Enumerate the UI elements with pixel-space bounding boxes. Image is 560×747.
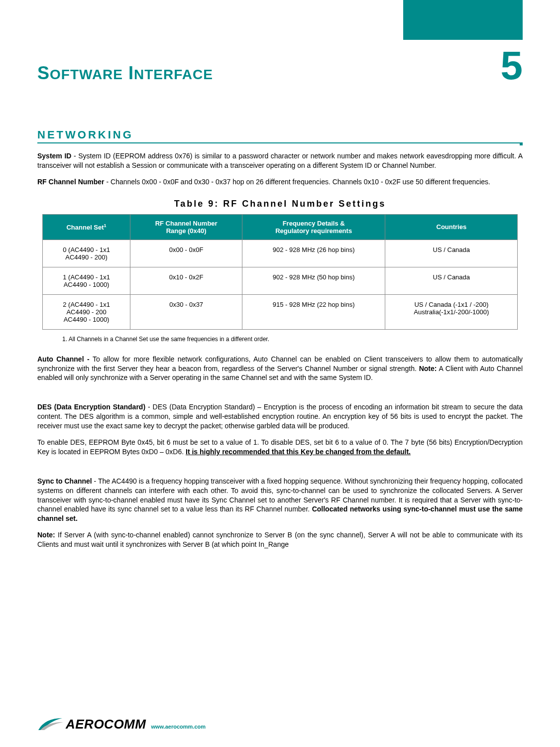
para-auto-channel: Auto Channel - To allow for more flexibl… bbox=[37, 355, 523, 383]
td-text: Australia(-1x1/-200/-1000) bbox=[414, 308, 489, 316]
title-rest2: NTERFACE bbox=[134, 67, 213, 82]
td-countries: US / Canada bbox=[385, 240, 518, 267]
th-text: Frequency Details & bbox=[283, 220, 345, 227]
chapter-number: 5 bbox=[501, 50, 523, 82]
text-system-id: - System ID (EEPROM address 0x76) is sim… bbox=[37, 152, 523, 169]
footer: AEROCOMM www.aerocomm.com bbox=[37, 716, 206, 732]
label-des: DES (Data Encryption Standard) bbox=[37, 403, 145, 411]
th-text: Countries bbox=[437, 223, 467, 231]
title-char: S bbox=[37, 63, 50, 83]
td-text: US / Canada bbox=[433, 246, 470, 253]
td-text: AC4490 - 1000) bbox=[64, 281, 110, 288]
table-row: 0 (AC4490 - 1x1AC4490 - 200) 0x00 - 0x0F… bbox=[42, 240, 518, 267]
td-text: 2 (AC4490 - 1x1 bbox=[63, 301, 110, 308]
label-note2: Note: bbox=[37, 531, 55, 539]
text-note: If Server A (with sync-to-channel enable… bbox=[37, 531, 523, 548]
para-des: DES (Data Encryption Standard) - DES (Da… bbox=[37, 402, 523, 431]
td-channel-set: 1 (AC4490 - 1x1AC4490 - 1000) bbox=[42, 267, 130, 294]
td-countries: US / Canada bbox=[385, 267, 518, 294]
table-row: 2 (AC4490 - 1x1AC4490 - 200AC4490 - 1000… bbox=[42, 294, 518, 329]
text-rf-channel: - Channels 0x00 - 0x0F and 0x30 - 0x37 h… bbox=[105, 178, 490, 186]
th-text: Regulatory requirements bbox=[275, 227, 352, 235]
td-freq: 902 - 928 MHz (50 hop bins) bbox=[242, 267, 385, 294]
para-sync-note: Note: If Server A (with sync-to-channel … bbox=[37, 530, 523, 549]
chapter-header: SOFTWARE INTERFACE 5 bbox=[37, 50, 523, 84]
td-text: AC4490 - 200) bbox=[65, 253, 108, 261]
para-system-id: System ID - System ID (EEPROM address 0x… bbox=[37, 151, 523, 170]
td-text: 0 (AC4490 - 1x1 bbox=[63, 246, 110, 253]
page-content: SOFTWARE INTERFACE 5 NETWORKING System I… bbox=[0, 0, 560, 574]
td-range: 0x00 - 0x0F bbox=[130, 240, 242, 267]
td-text: AC4490 - 200 bbox=[66, 308, 106, 316]
label-rf-channel: RF Channel Number bbox=[37, 178, 105, 186]
td-channel-set: 2 (AC4490 - 1x1AC4490 - 200AC4490 - 1000… bbox=[42, 294, 130, 329]
table-footnote: 1. All Channels in a Channel Set use the… bbox=[62, 336, 523, 343]
table-title: Table 9: RF Channel Number Settings bbox=[37, 199, 523, 209]
td-range: 0x30 - 0x37 bbox=[130, 294, 242, 329]
title-char2: I bbox=[128, 63, 134, 83]
th-text: RF Channel Number bbox=[155, 220, 218, 227]
th-rf-range: RF Channel NumberRange (0x40) bbox=[130, 214, 242, 240]
text-des2-underline: It is highly recommended that this Key b… bbox=[186, 448, 411, 456]
table-header-row: Channel Set1 RF Channel NumberRange (0x4… bbox=[42, 214, 518, 240]
logo-text: AEROCOMM bbox=[66, 717, 146, 732]
table-row: 1 (AC4490 - 1x1AC4490 - 1000) 0x10 - 0x2… bbox=[42, 267, 518, 294]
td-text: AC4490 - 1000) bbox=[64, 316, 110, 323]
chapter-title: SOFTWARE INTERFACE bbox=[37, 63, 213, 84]
td-text: US / Canada (-1x1 / -200) bbox=[414, 301, 488, 308]
td-freq: 915 - 928 MHz (22 hop bins) bbox=[242, 294, 385, 329]
section-heading-networking: NETWORKING bbox=[37, 128, 523, 143]
logo-swoosh-icon bbox=[37, 716, 65, 732]
th-channel-set: Channel Set1 bbox=[42, 214, 130, 240]
header-teal-block bbox=[403, 0, 523, 40]
th-text: Channel Set bbox=[66, 224, 104, 231]
th-countries: Countries bbox=[385, 214, 518, 240]
td-text: US / Canada bbox=[433, 273, 470, 281]
th-text: Range (0x40) bbox=[166, 227, 207, 235]
label-auto-channel: Auto Channel - bbox=[37, 355, 93, 363]
td-channel-set: 0 (AC4490 - 1x1AC4490 - 200) bbox=[42, 240, 130, 267]
th-sup: 1 bbox=[104, 223, 107, 228]
footer-url: www.aerocomm.com bbox=[151, 724, 206, 730]
label-system-id: System ID bbox=[37, 152, 71, 160]
td-countries: US / Canada (-1x1 / -200)Australia(-1x1/… bbox=[385, 294, 518, 329]
td-range: 0x10 - 0x2F bbox=[130, 267, 242, 294]
label-note: Note: bbox=[419, 365, 437, 373]
title-rest: OFTWARE bbox=[50, 67, 123, 82]
td-text: 1 (AC4490 - 1x1 bbox=[63, 273, 110, 281]
para-des2: To enable DES, EEPROM Byte 0x45, bit 6 m… bbox=[37, 438, 523, 457]
para-sync: Sync to Channel - The AC4490 is a freque… bbox=[37, 477, 523, 523]
channel-table: Channel Set1 RF Channel NumberRange (0x4… bbox=[42, 214, 518, 330]
para-rf-channel: RF Channel Number - Channels 0x00 - 0x0F… bbox=[37, 177, 523, 187]
th-freq: Frequency Details &Regulatory requiremen… bbox=[242, 214, 385, 240]
label-sync: Sync to Channel bbox=[37, 477, 92, 485]
td-freq: 902 - 928 MHz (26 hop bins) bbox=[242, 240, 385, 267]
